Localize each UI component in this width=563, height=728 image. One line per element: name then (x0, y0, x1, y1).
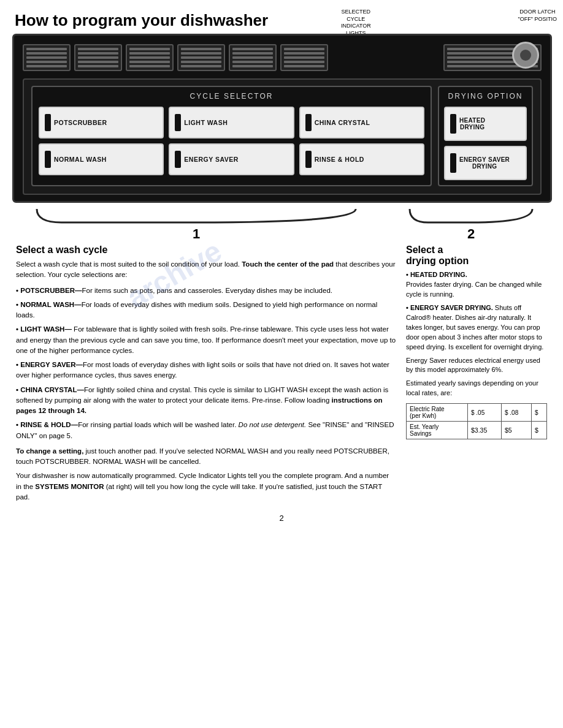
light-wash-button[interactable]: LIGHT WASH (169, 107, 294, 138)
rate-other: $ (532, 404, 547, 422)
brace-left-svg (18, 207, 374, 225)
bullet-china-crystal: • CHINA CRYSTAL—For lightly soiled china… (16, 385, 396, 417)
cycle-button-grid: POTSCRUBBER LIGHT WASH CHINA CRYSTAL NOR… (39, 107, 424, 175)
heated-drying-indicator (450, 114, 456, 134)
energy-saver-drying-label: ENERGY SAVER DRYING (459, 156, 510, 170)
bullet-potscrubber: • POTSCRUBBER—For items such as pots, pa… (16, 286, 396, 296)
page: archive SELECTED CYCLE INDICATOR LIGHTS … (0, 0, 563, 728)
content-columns: Select a wash cycle Select a wash cycle … (12, 245, 551, 502)
bullet-light-wash: • LIGHT WASH— For tableware that is ligh… (16, 324, 396, 356)
right-estimated: Estimated yearly savings depending on yo… (406, 379, 547, 398)
savings-other: $ (532, 422, 547, 439)
china-crystal-indicator (305, 114, 312, 131)
rate-08: $ .08 (502, 404, 532, 422)
vent-block-4 (177, 44, 225, 71)
energy-saver-indicator (175, 151, 181, 168)
vent-block-6 (280, 44, 328, 71)
selected-cycle-annotation: SELECTED CYCLE INDICATOR LIGHTS (341, 9, 371, 37)
savings-label: Est. Yearly Savings (407, 422, 468, 439)
energy-saver-drying-indicator (450, 153, 456, 173)
brace-right-svg (397, 207, 545, 225)
bullet-normal-wash: • NORMAL WASH—For loads of everyday dish… (16, 300, 396, 321)
vent-row (23, 44, 542, 71)
left-column: Select a wash cycle Select a wash cycle … (16, 245, 396, 502)
right-section-header: Select a drying option (406, 245, 547, 267)
control-area: CYCLE SELECTOR POTSCRUBBER LIGHT WASH CH… (23, 78, 542, 195)
change-setting-para: To change a setting, just touch another … (16, 446, 396, 468)
china-crystal-button[interactable]: CHINA CRYSTAL (299, 107, 424, 138)
brace-left: 1 (18, 207, 374, 242)
drying-options-title: DRYING OPTION (444, 92, 527, 100)
door-latch-indicator (512, 42, 539, 69)
energy-saver-button[interactable]: ENERGY SAVER (169, 143, 294, 175)
vent-block-1 (23, 44, 71, 71)
rate-05: $ .05 (467, 404, 501, 422)
rinse-hold-button[interactable]: RINSE & HOLD (299, 143, 424, 175)
right-title-line1: Select a (406, 245, 443, 255)
brace-section: 1 2 (12, 207, 551, 242)
rinse-hold-label: RINSE & HOLD (315, 156, 364, 163)
right-bullet-heated: • HEATED DRYING.Provides faster drying. … (406, 270, 547, 300)
bullet-energy-saver: • ENERGY SAVER—For most loads of everyda… (16, 360, 396, 381)
rinse-hold-indicator (305, 151, 312, 168)
right-energy-reduces: Energy Saver reduces electrical energy u… (406, 356, 547, 376)
right-title-line2: drying option (406, 256, 469, 266)
savings-5: $5 (502, 422, 532, 439)
normal-wash-indicator (45, 151, 51, 168)
vent-block-5 (229, 44, 277, 71)
brace-right: 2 (397, 207, 545, 242)
cycle-selector-title: CYCLE SELECTOR (39, 92, 424, 100)
right-column: Select a drying option • HEATED DRYING.P… (406, 245, 547, 502)
savings-table: Electric Rate (per Kwh) $ .05 $ .08 $ Es… (406, 403, 547, 439)
potscrubber-indicator (45, 114, 51, 131)
right-bullet-energy-saver-drying: • ENERGY SAVER DRYING. Shuts off Calrod®… (406, 303, 547, 352)
light-wash-label: LIGHT WASH (184, 119, 228, 126)
page-number: 2 (12, 514, 551, 523)
light-wash-indicator (175, 114, 181, 131)
brace-number-1: 1 (193, 226, 200, 242)
energy-saver-label: ENERGY SAVER (184, 156, 238, 163)
heated-drying-label: HEATED DRYING (459, 117, 485, 131)
bullet-rinse-hold: • RINSE & HOLD—For rinsing partial loads… (16, 420, 396, 441)
intro-text: Select a wash cycle that is most suited … (16, 259, 396, 281)
heated-drying-button[interactable]: HEATED DRYING (444, 107, 527, 141)
brace-number-2: 2 (467, 226, 475, 242)
normal-wash-button[interactable]: NORMAL WASH (39, 143, 164, 175)
dishwasher-diagram: CYCLE SELECTOR POTSCRUBBER LIGHT WASH CH… (12, 34, 552, 203)
rate-label: Electric Rate (per Kwh) (407, 404, 468, 422)
china-crystal-label: CHINA CRYSTAL (315, 119, 370, 126)
savings-row-1: Electric Rate (per Kwh) $ .05 $ .08 $ (407, 404, 547, 422)
vent-block-2 (74, 44, 122, 71)
normal-wash-label: NORMAL WASH (54, 156, 107, 163)
left-section-header: Select a wash cycle (16, 245, 396, 256)
energy-saver-drying-button[interactable]: ENERGY SAVER DRYING (444, 146, 527, 180)
potscrubber-label: POTSCRUBBER (54, 119, 107, 126)
potscrubber-button[interactable]: POTSCRUBBER (39, 107, 164, 138)
vent-block-3 (126, 44, 174, 71)
door-latch-annotation: DOOR LATCH "OFF" POSITIO (518, 9, 557, 23)
cycle-selector: CYCLE SELECTOR POTSCRUBBER LIGHT WASH CH… (31, 86, 432, 186)
drying-options: DRYING OPTION HEATED DRYING ENERGY SAVER… (438, 86, 533, 186)
savings-335: $3.35 (467, 422, 501, 439)
final-para: Your dishwasher is now automatically pro… (16, 471, 396, 502)
savings-row-2: Est. Yearly Savings $3.35 $5 $ (407, 422, 547, 439)
